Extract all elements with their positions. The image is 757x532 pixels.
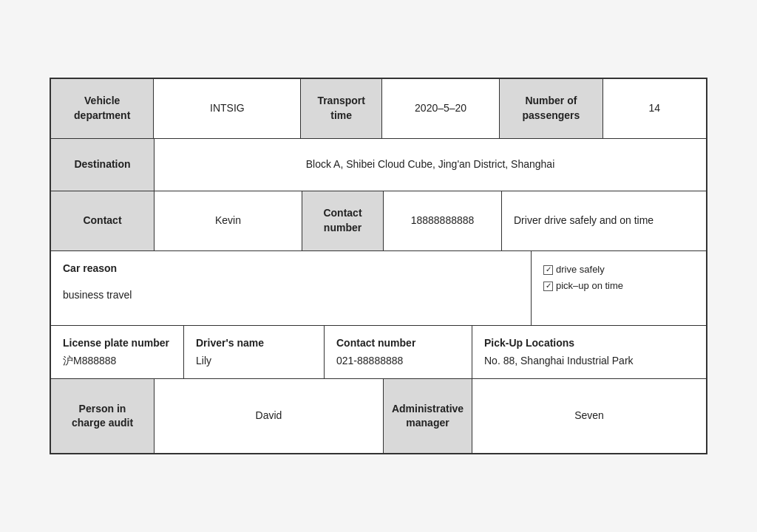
seven-value: Seven — [574, 409, 604, 423]
vehicle-department-label: Vehicle department — [63, 94, 141, 123]
destination-value: Block A, Shibei Cloud Cube, Jing'an Dist… — [306, 157, 555, 172]
checkbox-pickup-time: ✓ — [543, 282, 553, 291]
driver-contact-cell: Contact number 021-88888888 — [325, 326, 472, 378]
row-2: Destination Block A, Shibei Cloud Cube, … — [51, 139, 706, 191]
administrative-manager-header: Administrative manager — [384, 379, 472, 453]
pickup-location-value: No. 88, Shanghai Industrial Park — [484, 354, 634, 369]
person-in-charge-header: Person in charge audit — [51, 379, 155, 453]
drivers-name-label: Driver's name — [196, 336, 264, 351]
phone-cell: 18888888888 — [384, 191, 502, 250]
transport-time-label: Transport time — [313, 94, 370, 123]
num-passengers-label: Number of passengers — [512, 94, 590, 123]
date-cell: 2020–5–20 — [382, 79, 500, 138]
row-4: Car reason business travel ✓ drive safel… — [51, 251, 706, 326]
david-cell: David — [155, 379, 384, 453]
car-reason-label: Car reason — [63, 262, 117, 276]
phone-value: 18888888888 — [411, 214, 475, 228]
row-5: License plate number 沪M888888 Driver's n… — [51, 326, 706, 379]
note-cell: Driver drive safely and on time — [502, 191, 706, 250]
passengers-cell: 14 — [603, 79, 706, 138]
transport-table: Vehicle department INTSIG Transport time… — [50, 78, 707, 454]
note-value: Driver drive safely and on time — [514, 214, 654, 228]
num-passengers-header: Number of passengers — [500, 79, 602, 138]
destination-header: Destination — [51, 139, 155, 191]
driver-contact-label: Contact number — [336, 336, 415, 351]
row-1: Vehicle department INTSIG Transport time… — [51, 79, 706, 139]
david-value: David — [256, 409, 282, 423]
person-in-charge-label: Person in charge audit — [63, 402, 142, 431]
passengers-value: 14 — [649, 101, 661, 116]
car-reason-cell: Car reason business travel — [51, 251, 532, 325]
contact-name-value: Kevin — [215, 214, 241, 228]
check-drive-safely: ✓ drive safely — [543, 263, 605, 276]
contact-header: Contact — [51, 191, 155, 250]
drivers-name-value: Lily — [196, 354, 211, 369]
contact-number-label: Contact number — [314, 206, 371, 235]
license-plate-label: License plate number — [63, 336, 169, 351]
intsig-value: INTSIG — [210, 101, 245, 116]
license-plate-value: 沪M888888 — [63, 354, 116, 369]
seven-cell: Seven — [472, 379, 706, 453]
destination-label: Destination — [74, 157, 130, 172]
date-value: 2020–5–20 — [415, 101, 466, 116]
check-drive-safely-label: drive safely — [556, 263, 605, 276]
checks-cell: ✓ drive safely ✓ pick–up on time — [532, 251, 706, 325]
pickup-location-label: Pick-Up Locations — [484, 336, 574, 351]
drivers-name-cell: Driver's name Lily — [184, 326, 325, 378]
checkbox-drive-safely: ✓ — [543, 265, 553, 275]
license-plate-cell: License plate number 沪M888888 — [51, 326, 184, 378]
contact-number-header: Contact number — [302, 191, 384, 250]
destination-cell: Block A, Shibei Cloud Cube, Jing'an Dist… — [155, 139, 706, 191]
driver-contact-value: 021-88888888 — [336, 354, 403, 369]
pickup-location-cell: Pick-Up Locations No. 88, Shanghai Indus… — [472, 326, 706, 378]
transport-time-header: Transport time — [301, 79, 382, 138]
row-3: Contact Kevin Contact number 18888888888… — [51, 191, 706, 251]
business-travel-value: business travel — [63, 288, 132, 303]
intsig-cell: INTSIG — [154, 79, 301, 138]
row-6: Person in charge audit David Administrat… — [51, 379, 706, 453]
contact-label: Contact — [83, 214, 121, 228]
contact-name-cell: Kevin — [155, 191, 302, 250]
check-pickup-time-label: pick–up on time — [556, 279, 623, 293]
administrative-manager-label: Administrative manager — [392, 402, 464, 431]
vehicle-department-header: Vehicle department — [51, 79, 154, 138]
check-pickup-time: ✓ pick–up on time — [543, 279, 623, 293]
